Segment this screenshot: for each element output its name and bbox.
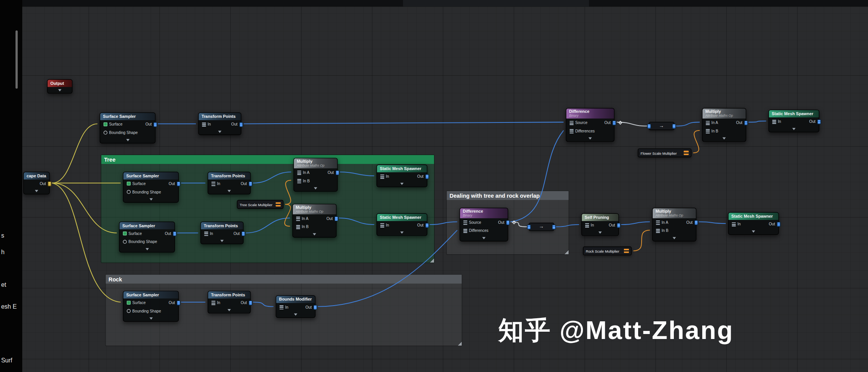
stack-icon[interactable] — [464, 228, 467, 233]
node-header[interactable]: MultiplyAttribute Maths Op — [294, 159, 337, 169]
collapse-button[interactable] — [377, 180, 427, 187]
stack-icon[interactable] — [732, 222, 736, 227]
sidebar-item-label[interactable]: s — [1, 232, 4, 238]
comment-header[interactable]: Rock — [106, 275, 462, 284]
output-pin[interactable] — [817, 119, 821, 124]
node-diff-overlap[interactable]: DifferenceBinarySourceOutDifferences — [459, 208, 508, 241]
resize-handle-icon[interactable] — [457, 341, 462, 346]
node-header[interactable]: Transform Points — [201, 222, 243, 230]
stack-icon[interactable] — [297, 170, 301, 175]
collapse-button[interactable] — [294, 185, 337, 191]
ring-icon[interactable] — [123, 240, 127, 244]
collapse-button[interactable] — [124, 315, 178, 321]
output-pin[interactable] — [334, 216, 338, 221]
collapse-button[interactable] — [293, 231, 336, 237]
sidebar-item-label[interactable]: esh E — [1, 303, 17, 309]
collapse-button[interactable] — [729, 228, 779, 234]
node-header[interactable]: Transform Points — [208, 291, 250, 299]
node-header[interactable]: Surface Sampler — [120, 222, 175, 230]
node-tp-tree1[interactable]: Transform PointsInOut — [208, 172, 251, 194]
node-filter-top[interactable]: → — [649, 122, 674, 130]
collapse-button[interactable] — [24, 188, 49, 194]
cube-icon[interactable] — [104, 122, 107, 126]
node-header[interactable]: Static Mesh Spawner — [377, 165, 427, 172]
node-filter-overlap[interactable]: → — [529, 223, 554, 231]
output-pin[interactable] — [249, 300, 252, 305]
node-header[interactable]: Static Mesh Spawner — [729, 213, 779, 220]
stack-icon[interactable] — [211, 181, 215, 186]
stack-icon[interactable] — [706, 121, 710, 125]
collapse-button[interactable] — [100, 137, 155, 143]
node-header[interactable]: Static Mesh Spawner — [769, 110, 819, 117]
node-header[interactable]: Surface Sampler — [100, 113, 155, 120]
stack-icon[interactable] — [280, 305, 284, 309]
node-tp-rock[interactable]: Transform PointsInOut — [208, 291, 251, 313]
output-pin[interactable] — [425, 223, 429, 228]
output-pin[interactable] — [335, 170, 339, 175]
stack-icon[interactable] — [570, 121, 574, 125]
output-pin[interactable] — [177, 300, 180, 305]
node-header[interactable]: MultiplyAttribute Maths Op — [293, 204, 336, 214]
node-pill-tree[interactable]: Tree Scale Multiplier — [237, 200, 283, 209]
output-pin[interactable] — [48, 181, 51, 186]
stack-icon[interactable] — [656, 228, 660, 233]
output-pin[interactable] — [177, 181, 180, 186]
cube-icon[interactable] — [127, 182, 130, 185]
collapse-button[interactable] — [566, 135, 614, 141]
collapse-button[interactable] — [653, 235, 696, 241]
collapse-button[interactable] — [124, 196, 178, 202]
stack-icon[interactable] — [204, 231, 208, 236]
collapse-button[interactable] — [276, 311, 315, 317]
stack-icon[interactable] — [297, 179, 301, 183]
collapse-button[interactable] — [582, 229, 618, 235]
node-self-pruning[interactable]: Self PruningInOut — [581, 213, 619, 236]
output-pin[interactable] — [153, 122, 157, 127]
collapse-button[interactable] — [201, 238, 243, 244]
sidebar-item-label[interactable]: h — [1, 249, 5, 255]
output-pin[interactable] — [506, 220, 510, 225]
stack-icon[interactable] — [772, 119, 776, 124]
node-ss-tree1[interactable]: Surface SamplerSurfaceOutBounding Shape — [123, 172, 179, 203]
output-pin[interactable] — [249, 181, 252, 186]
node-sms-top[interactable]: Static Mesh SpawnerInOut — [768, 110, 819, 132]
node-ss-rock[interactable]: Surface SamplerSurfaceOutBounding Shape — [123, 291, 179, 322]
node-header[interactable]: cape Data — [24, 172, 49, 180]
stack-icon[interactable] — [211, 301, 215, 305]
collapse-button[interactable] — [208, 188, 250, 194]
node-mult-tree1[interactable]: MultiplyAttribute Maths OpIn AOutIn B — [294, 158, 338, 192]
output-pin[interactable] — [239, 122, 243, 127]
output-pin[interactable] — [425, 174, 429, 179]
node-header[interactable]: Transform Points — [199, 113, 241, 120]
stack-icon[interactable] — [380, 223, 384, 228]
collapse-button[interactable] — [48, 87, 72, 93]
sidebar-scrollbar[interactable] — [15, 30, 18, 88]
node-ss-tree2[interactable]: Surface SamplerSurfaceOutBounding Shape — [119, 222, 175, 253]
node-header[interactable]: Surface Sampler — [124, 291, 178, 299]
stack-icon[interactable] — [464, 220, 467, 225]
node-pill-rock[interactable]: Rock Scale Multiplier — [583, 246, 632, 255]
stack-icon[interactable] — [380, 174, 384, 179]
output-pin[interactable] — [672, 124, 676, 129]
collapse-button[interactable] — [703, 135, 746, 141]
output-pin[interactable] — [612, 120, 616, 125]
collapse-button[interactable] — [460, 235, 508, 241]
collapse-button[interactable] — [208, 307, 250, 313]
node-tp-top[interactable]: Transform PointsInOut — [198, 112, 241, 135]
output-pin[interactable] — [694, 220, 698, 225]
node-header[interactable]: Static Mesh Spawner — [377, 214, 427, 221]
node-mult-top[interactable]: MultiplyAttribute Maths OpIn AOutIn B — [702, 108, 746, 142]
stack-icon[interactable] — [656, 220, 660, 225]
node-header[interactable]: DifferenceBinary — [566, 109, 614, 119]
stack-icon[interactable] — [202, 122, 206, 127]
stack-icon[interactable] — [570, 129, 574, 133]
input-pin[interactable] — [647, 124, 651, 129]
ring-icon[interactable] — [127, 190, 130, 194]
node-output[interactable]: Output — [47, 79, 73, 94]
node-pill-flower[interactable]: Flower Scale Multiplier — [638, 149, 691, 157]
ring-icon[interactable] — [127, 309, 130, 313]
node-header[interactable]: Output — [48, 80, 72, 87]
node-sms-tree1[interactable]: Static Mesh SpawnerInOut — [376, 164, 427, 187]
collapse-button[interactable] — [769, 126, 819, 132]
resize-handle-icon[interactable] — [564, 250, 569, 255]
input-pin[interactable] — [527, 224, 531, 229]
